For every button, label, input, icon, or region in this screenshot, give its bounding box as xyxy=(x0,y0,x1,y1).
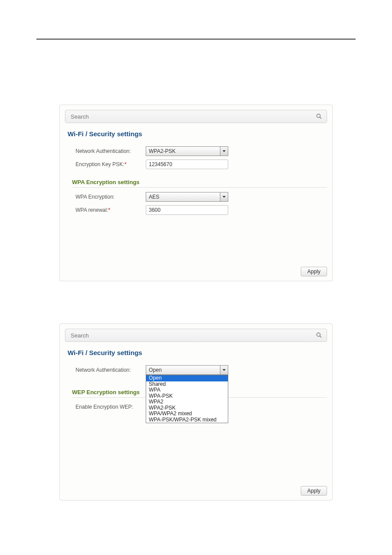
search-box[interactable] xyxy=(65,110,327,123)
wpa-encryption-row: WPA Encryption: AES xyxy=(76,191,332,203)
chevron-down-icon[interactable] xyxy=(220,147,228,156)
section-divider xyxy=(72,187,327,188)
search-input[interactable] xyxy=(70,332,316,339)
security-settings-panel-wep: Wi-Fi / Security settings Network Authen… xyxy=(59,323,333,501)
chevron-down-icon[interactable] xyxy=(220,192,228,201)
svg-point-4 xyxy=(317,333,320,337)
network-authentication-value: Open xyxy=(146,367,220,373)
dropdown-option[interactable]: WPA/WPA2 mixed xyxy=(146,411,228,417)
dropdown-option[interactable]: WPA xyxy=(146,387,228,393)
svg-marker-3 xyxy=(223,196,226,198)
wpa-renewal-input[interactable] xyxy=(146,205,228,215)
security-settings-panel-wpa: Wi-Fi / Security settings Network Authen… xyxy=(59,105,333,281)
wpa-encryption-settings-heading: WPA Encryption settings xyxy=(72,179,327,185)
breadcrumb: Wi-Fi / Security settings xyxy=(68,130,332,138)
wpa-encryption-select[interactable]: AES xyxy=(146,192,228,202)
encryption-key-psk-label: Encryption Key PSK:* xyxy=(76,161,146,167)
breadcrumb: Wi-Fi / Security settings xyxy=(68,349,332,356)
svg-point-0 xyxy=(317,114,320,118)
network-authentication-value: WPA2-PSK xyxy=(146,148,220,154)
watermark: manualshive.com xyxy=(117,484,389,501)
search-icon[interactable] xyxy=(316,332,322,338)
dropdown-option[interactable]: WPA2 xyxy=(146,399,228,405)
dropdown-option[interactable]: Shared xyxy=(146,381,228,388)
network-authentication-label: Network Authentication: xyxy=(76,148,146,154)
apply-button[interactable]: Apply xyxy=(301,267,327,276)
apply-button[interactable]: Apply xyxy=(301,486,327,496)
encryption-key-psk-row: Encryption Key PSK:* xyxy=(76,159,332,170)
wpa-encryption-value: AES xyxy=(146,194,220,200)
search-icon[interactable] xyxy=(316,113,322,120)
svg-marker-2 xyxy=(223,150,226,152)
dropdown-option[interactable]: WPA-PSK xyxy=(146,393,228,399)
dropdown-option[interactable]: WPA-PSK/WPA2-PSK mixed xyxy=(146,417,228,423)
network-authentication-row: Network Authentication: WPA2-PSK xyxy=(76,145,332,157)
wpa-renewal-label: WPA renewal:* xyxy=(76,207,146,213)
network-authentication-select[interactable]: WPA2-PSK xyxy=(146,146,228,156)
required-marker: * xyxy=(124,161,126,167)
wpa-renewal-row: WPA renewal:* xyxy=(76,204,332,216)
dropdown-option[interactable]: Open xyxy=(146,375,228,381)
svg-marker-6 xyxy=(223,369,226,371)
encryption-key-psk-input[interactable] xyxy=(146,160,228,169)
network-authentication-row: Network Authentication: Open Open Shared… xyxy=(76,364,332,376)
chevron-down-icon[interactable] xyxy=(220,366,228,374)
top-divider xyxy=(36,39,356,40)
network-authentication-label: Network Authentication: xyxy=(76,367,146,373)
svg-line-1 xyxy=(320,117,322,119)
dropdown-option[interactable]: WPA2-PSK xyxy=(146,405,228,411)
search-input[interactable] xyxy=(70,113,316,120)
enable-encryption-wep-label: Enable Encryption WEP: xyxy=(76,404,146,410)
wpa-encryption-label: WPA Encryption: xyxy=(76,194,146,200)
network-authentication-select[interactable]: Open xyxy=(146,365,228,375)
required-marker: * xyxy=(108,207,110,213)
network-authentication-dropdown[interactable]: Open Shared WPA WPA-PSK WPA2 WPA2-PSK WP… xyxy=(146,375,228,423)
svg-line-5 xyxy=(320,336,322,338)
search-box[interactable] xyxy=(65,329,327,342)
